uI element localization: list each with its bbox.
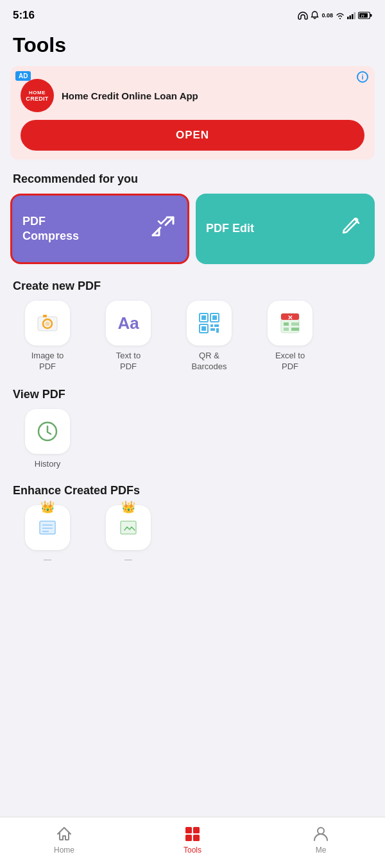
ad-badge: AD xyxy=(15,71,31,81)
svg-point-39 xyxy=(318,828,324,834)
excel-icon: ✕ xyxy=(278,312,302,335)
me-nav-icon xyxy=(312,825,330,843)
svg-rect-13 xyxy=(201,315,206,320)
svg-rect-15 xyxy=(212,315,217,320)
svg-rect-17 xyxy=(201,326,206,331)
svg-point-10 xyxy=(46,322,50,326)
svg-rect-19 xyxy=(214,324,219,327)
nav-home[interactable]: Home xyxy=(38,825,90,855)
svg-rect-26 xyxy=(291,322,299,326)
pdf-compress-icon xyxy=(149,213,177,244)
tools-grid: Image toPDF Aa Text toPDF xyxy=(0,301,385,385)
ad-content: HOME CREDIT Home Credit Online Loan App xyxy=(21,79,364,112)
enhance-row: 👑 — 👑 — xyxy=(0,505,385,571)
svg-rect-2 xyxy=(352,14,354,19)
svg-rect-0 xyxy=(347,17,349,19)
enhance-section-title: Enhance Created PDFs xyxy=(0,481,385,505)
ad-banner[interactable]: AD i HOME CREDIT Home Credit Online Loan… xyxy=(10,66,375,160)
main-content: Tools AD i HOME CREDIT Home Credit Onlin… xyxy=(0,28,385,628)
enhance-item-2[interactable]: 👑 — xyxy=(91,505,166,564)
history-icon-box xyxy=(25,409,70,454)
crown-icon-1: 👑 xyxy=(40,500,55,514)
excel-icon-box: ✕ xyxy=(268,301,312,346)
enhance-icon-box-2: 👑 xyxy=(106,505,151,550)
status-icons: 0.08 77 xyxy=(298,11,372,20)
home-nav-label: Home xyxy=(54,846,74,855)
svg-rect-21 xyxy=(216,328,219,333)
ad-logo: HOME CREDIT xyxy=(21,79,54,112)
status-time: 5:16 xyxy=(13,9,35,22)
crown-icon-2: 👑 xyxy=(121,500,135,514)
svg-text:77: 77 xyxy=(361,14,364,18)
enhance-label-1: — xyxy=(44,555,51,564)
me-nav-label: Me xyxy=(316,846,327,855)
svg-rect-30 xyxy=(40,521,55,534)
ad-open-button[interactable]: OPEN xyxy=(21,120,364,151)
tools-nav-icon xyxy=(184,825,201,843)
svg-rect-20 xyxy=(210,328,215,331)
status-bar: 5:16 0.08 77 xyxy=(0,0,385,28)
pdf-edit-card[interactable]: PDF Edit xyxy=(196,194,375,264)
svg-rect-35 xyxy=(185,827,192,833)
svg-text:✕: ✕ xyxy=(287,314,293,321)
tools-nav-label: Tools xyxy=(184,846,201,855)
text-to-pdf-icon-box: Aa xyxy=(106,301,151,346)
history-label: History xyxy=(35,459,60,469)
ad-info-icon[interactable]: i xyxy=(357,71,368,83)
enhance-item-1[interactable]: 👑 — xyxy=(10,505,85,564)
home-nav-icon xyxy=(55,825,73,843)
history-clock-icon xyxy=(36,420,59,443)
pdf-edit-icon xyxy=(339,213,364,244)
excel-to-pdf-label: Excel toPDF xyxy=(275,351,305,372)
text-icon: Aa xyxy=(117,313,139,333)
svg-rect-28 xyxy=(291,328,299,331)
battery-icon: 77 xyxy=(358,12,372,19)
svg-rect-25 xyxy=(284,322,289,326)
pdf-compress-card[interactable]: PDFCompress xyxy=(10,194,189,264)
history-item[interactable]: History xyxy=(10,409,85,469)
image-to-pdf-icon-box xyxy=(25,301,70,346)
svg-rect-11 xyxy=(43,315,47,317)
bell-icon xyxy=(311,11,319,20)
svg-rect-1 xyxy=(350,15,352,19)
svg-rect-3 xyxy=(354,12,356,19)
ad-logo-line2: CREDIT xyxy=(26,96,48,102)
svg-rect-5 xyxy=(370,14,372,17)
camera-icon xyxy=(36,312,59,335)
tool-qr-barcodes[interactable]: QR &Barcodes xyxy=(172,301,246,372)
bottom-nav: Home Tools Me xyxy=(0,817,385,868)
pdf-compress-label: PDFCompress xyxy=(22,214,79,244)
page-title-section: Tools xyxy=(0,28,385,66)
view-pdf-row: History xyxy=(0,409,385,481)
qr-icon xyxy=(198,312,220,334)
qr-icon-box xyxy=(187,301,232,346)
recommended-row: PDFCompress PDF Edit xyxy=(0,194,385,277)
enhance-label-2: — xyxy=(124,555,132,564)
image-to-pdf-label: Image toPDF xyxy=(31,351,64,372)
pdf-edit-label: PDF Edit xyxy=(206,221,254,236)
svg-rect-18 xyxy=(210,324,213,327)
text-to-pdf-label: Text toPDF xyxy=(116,351,141,372)
create-pdf-section-title: Create new PDF xyxy=(0,277,385,301)
wifi-icon xyxy=(336,12,345,19)
page-title: Tools xyxy=(13,33,372,57)
svg-rect-27 xyxy=(284,328,289,331)
headphones-icon xyxy=(298,12,308,20)
signal-icon xyxy=(347,12,355,19)
view-pdf-section-title: View PDF xyxy=(0,385,385,409)
nav-me[interactable]: Me xyxy=(295,825,346,855)
svg-rect-38 xyxy=(193,835,200,841)
enhance-icon-box-1: 👑 xyxy=(25,505,70,550)
qr-barcodes-label: QR &Barcodes xyxy=(192,351,227,372)
svg-rect-36 xyxy=(193,827,200,833)
tool-excel-to-pdf[interactable]: ✕ Excel toPDF xyxy=(253,301,327,372)
recommended-section-title: Recommended for you xyxy=(0,170,385,194)
ad-title: Home Credit Online Loan App xyxy=(62,90,198,101)
tool-text-to-pdf[interactable]: Aa Text toPDF xyxy=(91,301,166,372)
nav-tools[interactable]: Tools xyxy=(167,825,218,855)
tool-image-to-pdf[interactable]: Image toPDF xyxy=(10,301,85,372)
svg-rect-37 xyxy=(185,835,192,841)
ad-logo-line1: HOME xyxy=(29,90,46,96)
